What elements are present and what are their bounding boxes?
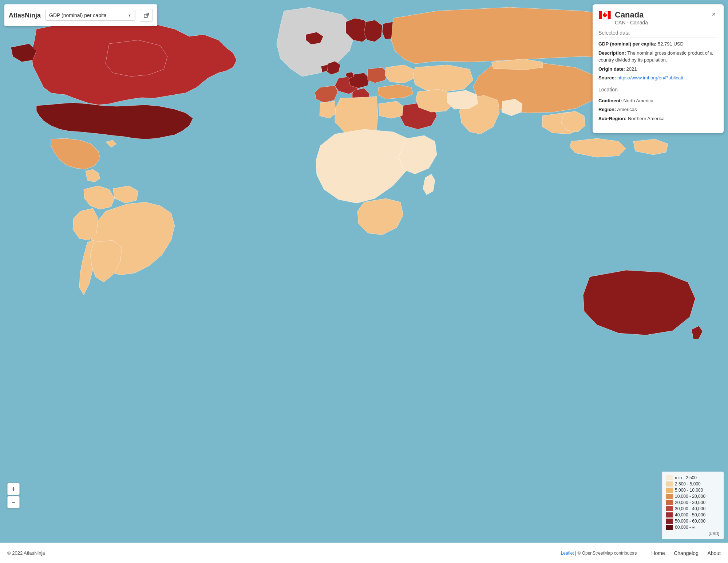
sub-region-label: Sub-Region: (598, 116, 626, 121)
source-link[interactable]: https://www.imf.org/en/Publicati... (617, 75, 687, 80)
gdp-value: 52,791 USD (658, 41, 684, 47)
footer-nav: Home Changelog About (644, 550, 721, 556)
origin-date-label: Origin date: (598, 66, 625, 72)
sub-region-row: Sub-Region: Northern America (598, 115, 718, 122)
country-flag: 🇨🇦 (598, 10, 611, 20)
country-name: Canada (615, 10, 706, 20)
source-label: Source: (598, 75, 616, 80)
region-row: Region: Americas (598, 106, 718, 113)
legend-unit: [USD] (666, 531, 719, 536)
continent-label: Continent: (598, 98, 622, 103)
origin-date-row: Origin date: 2021 (598, 66, 718, 73)
legend-item: 20,000 - 30,000 (666, 500, 719, 505)
legend-item: 60,000 - ∞ (666, 525, 719, 530)
credit-separator: | © OpenStreetMap contributors (575, 551, 637, 556)
copyright-symbol: © (7, 550, 12, 556)
gdp-label: GDP (nominal) per capita: (598, 41, 656, 47)
location-title: Location (598, 87, 718, 94)
footer-nav-about[interactable]: About (707, 550, 721, 556)
origin-date-value: 2021 (626, 66, 637, 72)
legend-item: 30,000 - 40,000 (666, 506, 719, 511)
legend-item: 2,500 - 5,000 (666, 481, 719, 487)
dataset-dropdown[interactable]: GDP (nominal) per capita ▼ (45, 10, 135, 21)
legend-item: 10,000 - 20,000 (666, 494, 719, 499)
dropdown-label: GDP (nominal) per capita (49, 12, 107, 18)
zoom-controls: + − (7, 483, 20, 508)
gdp-row: GDP (nominal) per capita: 52,791 USD (598, 40, 718, 48)
zoom-out-button[interactable]: − (7, 496, 20, 508)
continent-value: North America (624, 98, 653, 103)
zoom-in-button[interactable]: + (7, 483, 20, 495)
legend-item: 40,000 - 50,000 (666, 512, 719, 517)
copyright-text: © 2022 AtlasNinja (7, 550, 45, 556)
region-label: Region: (598, 107, 616, 112)
legend-item: 5,000 - 10,000 (666, 488, 719, 493)
header-bar: AtlasNinja GDP (nominal) per capita ▼ (4, 4, 157, 26)
footer-nav-changelog[interactable]: Changelog (674, 550, 699, 556)
external-link-button[interactable] (140, 9, 153, 22)
sub-region-value: Northern America (628, 116, 665, 121)
brand-name: AtlasNinja (24, 550, 45, 556)
selected-data-title: Selected data (598, 30, 718, 38)
description-label: Description: (598, 50, 626, 56)
map-legend: min - 2,5002,500 - 5,0005,000 - 10,00010… (662, 472, 724, 539)
leaflet-link[interactable]: Leaflet (561, 551, 574, 556)
legend-item: min - 2,500 (666, 475, 719, 480)
close-button[interactable]: × (709, 10, 718, 18)
info-panel: 🇨🇦 Canada CAN - Canada × Selected data G… (593, 4, 724, 133)
footer-bar: © 2022 AtlasNinja Leaflet | © OpenStreet… (0, 543, 728, 563)
legend-item: 50,000 - 60,000 (666, 519, 719, 524)
chevron-down-icon: ▼ (128, 13, 131, 17)
country-code: CAN - Canada (615, 20, 706, 25)
source-row: Source: https://www.imf.org/en/Publicati… (598, 74, 718, 82)
leaflet-credit: Leaflet | © OpenStreetMap contributors (561, 551, 637, 556)
description-row: Description: The nominal gross domestic … (598, 50, 718, 64)
footer-nav-home[interactable]: Home (651, 550, 665, 556)
copyright-year: 2022 (12, 550, 24, 556)
continent-row: Continent: North America (598, 97, 718, 105)
app-name: AtlasNinja (9, 12, 41, 19)
region-value: Americas (617, 107, 637, 112)
